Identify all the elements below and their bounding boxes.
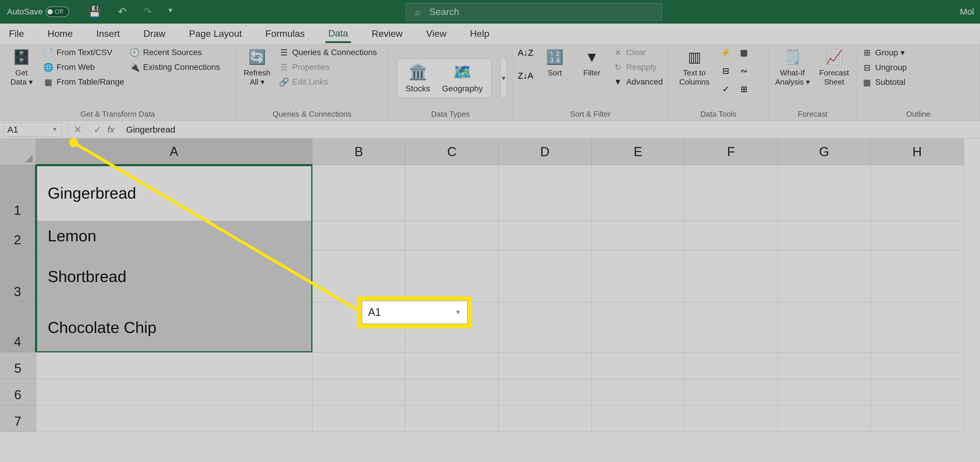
queries-connections-button[interactable]: ☰Queries & Connections [279,48,377,57]
cell-D4[interactable] [498,302,592,352]
cell-B5[interactable] [312,352,406,379]
cell-E2[interactable] [592,221,685,250]
tab-data[interactable]: Data [325,24,351,43]
sort-asc-icon[interactable]: A↓Z [518,48,533,58]
select-all-corner[interactable] [0,139,36,165]
col-header-C[interactable]: C [406,139,498,165]
gallery-more-icon[interactable]: ▾ [500,57,507,99]
filter-button[interactable]: ▼Filter [576,48,608,78]
sort-button[interactable]: 🔢Sort [539,48,570,78]
user-account[interactable]: Mol [954,0,980,24]
cell-D6[interactable] [498,379,592,405]
tab-file[interactable]: File [6,25,27,43]
cell-D2[interactable] [498,221,592,250]
flash-fill-icon[interactable]: ⚡ [721,48,730,57]
cell-B1[interactable] [312,165,406,221]
name-box[interactable]: A1 ▼ [3,123,62,137]
advanced-filter-button[interactable]: ▼Advanced [613,77,663,87]
stocks-type[interactable]: 🏛️Stocks [406,63,430,93]
customize-qat-icon[interactable]: ▾ [169,6,172,18]
group-button[interactable]: ⊞Group ▾ [862,48,907,57]
cell-E1[interactable] [592,165,685,221]
cell-C5[interactable] [406,352,498,379]
cell-B2[interactable] [312,221,406,250]
cell-H2[interactable] [871,221,964,250]
relationships-icon[interactable]: ∾ [739,66,749,75]
cell-G3[interactable] [778,250,871,302]
search-input[interactable]: ⌕ Search [406,3,662,21]
cell-F4[interactable] [685,302,778,352]
toggle-pill[interactable]: Off [46,6,69,17]
text-to-columns-button[interactable]: ▥Text to Columns [674,48,715,87]
validation-icon[interactable]: ✓ [721,84,730,94]
forecast-sheet-button[interactable]: 📈Forecast Sheet [817,48,851,87]
row-header-1[interactable]: 1 [0,165,36,221]
cell-E3[interactable] [592,250,685,302]
cell-H1[interactable] [871,165,964,221]
cell-E6[interactable] [592,379,685,405]
cell-E7[interactable] [592,405,685,432]
cell-A2[interactable]: Lemon [36,221,312,250]
tab-review[interactable]: Review [369,25,406,43]
cell-A5[interactable] [36,352,312,379]
fx-icon[interactable]: fx [108,125,114,135]
cell-A1[interactable]: Gingerbread [36,165,312,221]
cell-H5[interactable] [871,352,964,379]
save-icon[interactable]: 💾 [88,6,101,18]
from-text-csv-button[interactable]: 📄From Text/CSV [44,48,124,57]
cell-C3[interactable] [406,250,498,302]
cell-C1[interactable] [406,165,498,221]
whatif-button[interactable]: 🗒️What-If Analysis ▾ [774,48,811,87]
tab-draw[interactable]: Draw [140,25,169,43]
undo-icon[interactable]: ↶ [118,6,127,18]
tab-insert[interactable]: Insert [93,25,123,43]
refresh-all-button[interactable]: 🔄 Refresh All ▾ [241,48,273,87]
geography-type[interactable]: 🗺️Geography [442,63,483,93]
cell-E5[interactable] [592,352,685,379]
cell-F1[interactable] [685,165,778,221]
cell-A6[interactable] [36,379,312,405]
cell-B3[interactable] [312,250,406,302]
cell-F6[interactable] [685,379,778,405]
tab-formulas[interactable]: Formulas [262,25,307,43]
confirm-icon[interactable]: ✓ [94,124,102,135]
consolidate-icon[interactable]: ▦ [739,48,749,57]
tab-help[interactable]: Help [467,25,492,43]
col-header-G[interactable]: G [778,139,871,165]
cell-A4[interactable]: Chocolate Chip [36,302,312,352]
cell-A7[interactable] [36,405,312,432]
tab-view[interactable]: View [423,25,449,43]
col-header-E[interactable]: E [592,139,685,165]
cell-B6[interactable] [312,379,406,405]
autosave-toggle[interactable]: AutoSave Off [0,6,76,17]
cell-H4[interactable] [871,302,964,352]
col-header-D[interactable]: D [498,139,592,165]
remove-dup-icon[interactable]: ⊟ [721,66,730,75]
ungroup-button[interactable]: ⊟Ungroup [862,63,907,72]
cell-C6[interactable] [406,379,498,405]
row-header-4[interactable]: 4 [0,302,36,352]
row-header-7[interactable]: 7 [0,405,36,432]
col-header-F[interactable]: F [685,139,778,165]
cell-D1[interactable] [498,165,592,221]
get-data-button[interactable]: 🗄️ Get Data ▾ [5,48,38,87]
cell-F5[interactable] [685,352,778,379]
from-web-button[interactable]: 🌐From Web [44,62,124,72]
cell-G1[interactable] [778,165,871,221]
data-types-gallery[interactable]: 🏛️Stocks 🗺️Geography [397,59,492,98]
redo-icon[interactable]: ↷ [143,6,152,18]
cell-F2[interactable] [685,221,778,250]
cancel-icon[interactable]: ✕ [74,124,82,135]
cell-D7[interactable] [498,405,592,432]
row-header-3[interactable]: 3 [0,250,36,302]
cell-C2[interactable] [406,221,498,250]
col-header-H[interactable]: H [871,139,964,165]
manage-model-icon[interactable]: ⊞ [739,84,749,94]
col-header-B[interactable]: B [312,139,406,165]
cell-F3[interactable] [685,250,778,302]
row-header-6[interactable]: 6 [0,379,36,405]
cell-G6[interactable] [778,379,871,405]
cell-H7[interactable] [871,405,964,432]
sort-desc-icon[interactable]: Z↓A [518,71,533,81]
from-table-range-button[interactable]: ▦From Table/Range [44,77,124,87]
